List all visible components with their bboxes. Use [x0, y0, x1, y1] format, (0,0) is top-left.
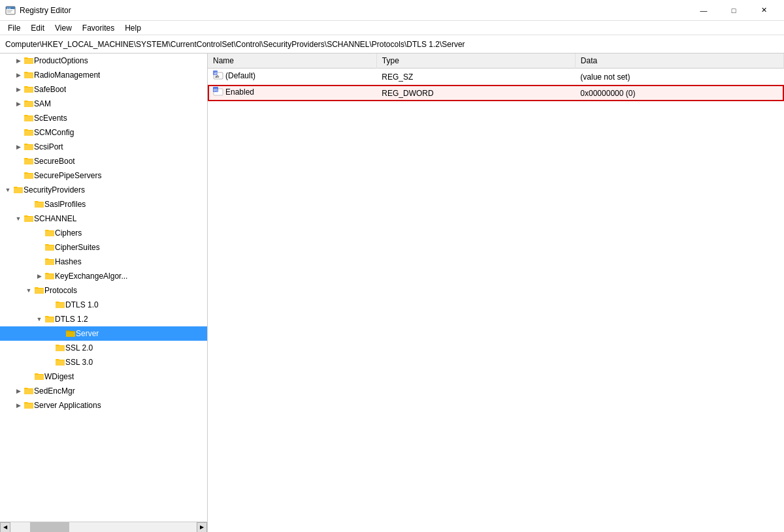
- tree-item-SCHANNEL[interactable]: SCHANNEL: [0, 211, 207, 226]
- tree-item-Hashes[interactable]: Hashes: [0, 255, 207, 269]
- main-content: ProductOptions RadioManagement SafeBoot …: [0, 54, 784, 532]
- tree-hscrollbar[interactable]: ◀ ▶: [0, 522, 207, 532]
- tree-item-WDigest[interactable]: WDigest: [0, 369, 207, 384]
- tree-item-SSL2.0[interactable]: SSL 2.0: [0, 341, 207, 355]
- tree-label-ScEvents: ScEvents: [34, 114, 67, 123]
- menu-favorites[interactable]: Favorites: [77, 22, 120, 34]
- tree-item-Server[interactable]: Server: [0, 326, 207, 341]
- tree-item-SAM[interactable]: SAM: [0, 97, 207, 111]
- folder-icon-SSL3.0: [55, 357, 65, 368]
- folder-icon-ServerApplications: [24, 400, 34, 411]
- expand-SedEncMgr[interactable]: [13, 386, 24, 396]
- expand-ScsiPort[interactable]: [13, 142, 24, 152]
- tree-item-KeyExchangeAlgo[interactable]: KeyExchangeAlgor...: [0, 269, 207, 283]
- title-bar-left: Registry Editor: [5, 5, 71, 16]
- menu-view[interactable]: View: [50, 22, 77, 34]
- tree-label-Server: Server: [76, 329, 99, 338]
- row-name-default: ab ab (Default): [208, 69, 376, 86]
- hscroll-track[interactable]: [10, 522, 197, 533]
- tree-item-SSL3.0[interactable]: SSL 3.0: [0, 355, 207, 369]
- expand-SecurityProviders[interactable]: [3, 185, 13, 195]
- row-data-default: (value not set): [575, 69, 783, 86]
- row-type-default: REG_SZ: [376, 69, 575, 86]
- tree-item-ServerApplications[interactable]: Server Applications: [0, 398, 207, 413]
- col-header-data: Data: [575, 54, 783, 69]
- window-controls: — □ ✕: [689, 0, 779, 21]
- close-button[interactable]: ✕: [749, 0, 779, 21]
- tree-label-WDigest: WDigest: [44, 372, 74, 381]
- tree-item-Protocols[interactable]: Protocols: [0, 283, 207, 298]
- hscroll-right-btn[interactable]: ▶: [197, 522, 207, 533]
- tree-label-RadioManagement: RadioManagement: [34, 70, 100, 80]
- folder-icon-Hashes: [44, 257, 55, 267]
- tree-panel: ProductOptions RadioManagement SafeBoot …: [0, 54, 208, 532]
- tree-item-DTLS1.2[interactable]: DTLS 1.2: [0, 312, 207, 326]
- address-path: Computer\HKEY_LOCAL_MACHINE\SYSTEM\Curre…: [5, 40, 465, 49]
- tree-item-RadioManagement[interactable]: RadioManagement: [0, 68, 207, 82]
- folder-icon-SSL2.0: [55, 343, 65, 353]
- table-row[interactable]: ab ab (Default) REG_SZ (value not set): [208, 69, 784, 86]
- tree-label-SecurityProviders: SecurityProviders: [24, 185, 85, 195]
- tree-label-SSL2.0: SSL 2.0: [65, 343, 93, 352]
- tree-scroll[interactable]: ProductOptions RadioManagement SafeBoot …: [0, 54, 207, 522]
- tree-item-SedEncMgr[interactable]: SedEncMgr: [0, 384, 207, 398]
- col-header-name: Name: [208, 54, 376, 69]
- expand-SCHANNEL[interactable]: [13, 213, 24, 224]
- menu-file[interactable]: File: [3, 22, 25, 34]
- menu-edit[interactable]: Edit: [25, 22, 50, 34]
- address-bar: Computer\HKEY_LOCAL_MACHINE\SYSTEM\Curre…: [0, 35, 784, 54]
- expand-ServerApplications[interactable]: [13, 400, 24, 411]
- tree-item-SafeBoot[interactable]: SafeBoot: [0, 82, 207, 97]
- tree-label-DTLS1.0: DTLS 1.0: [65, 300, 99, 309]
- tree-label-CipherSuites: CipherSuites: [55, 243, 100, 252]
- tree-label-ServerApplications: Server Applications: [34, 401, 101, 410]
- expand-RadioManagement[interactable]: [13, 70, 24, 80]
- hscroll-left-btn[interactable]: ◀: [0, 522, 10, 533]
- folder-icon-SCHANNEL: [24, 213, 34, 224]
- maximize-button[interactable]: □: [719, 0, 749, 21]
- tree-item-SCMConfig[interactable]: SCMConfig: [0, 125, 207, 140]
- tree-label-Hashes: Hashes: [55, 257, 82, 266]
- expand-ProductOptions[interactable]: [13, 55, 24, 66]
- menu-bar: File Edit View Favorites Help: [0, 21, 784, 35]
- tree-item-ScEvents[interactable]: ScEvents: [0, 111, 207, 125]
- expand-KeyExchangeAlgo[interactable]: [34, 271, 44, 281]
- folder-icon-ScsiPort: [24, 142, 34, 152]
- tree-item-ScsiPort[interactable]: ScsiPort: [0, 140, 207, 154]
- svg-rect-5: [7, 12, 11, 12]
- tree-item-SecurePipeServers[interactable]: SecurePipeServers: [0, 168, 207, 183]
- expand-Protocols[interactable]: [24, 285, 34, 296]
- tree-label-Ciphers: Ciphers: [55, 228, 82, 238]
- expand-SAM[interactable]: [13, 99, 24, 109]
- folder-icon-Ciphers: [44, 228, 55, 238]
- folder-icon-SecureBoot: [24, 156, 34, 166]
- tree-item-ProductOptions[interactable]: ProductOptions: [0, 54, 207, 68]
- folder-icon-SecurePipeServers: [24, 170, 34, 181]
- tree-label-SCMConfig: SCMConfig: [34, 128, 74, 137]
- tree-label-SAM: SAM: [34, 99, 51, 108]
- folder-icon-SCMConfig: [24, 127, 34, 138]
- tree-item-SecureBoot[interactable]: SecureBoot: [0, 154, 207, 168]
- tree-label-ProductOptions: ProductOptions: [34, 56, 88, 65]
- minimize-button[interactable]: —: [689, 0, 719, 21]
- values-table: Name Type Data ab a: [208, 54, 784, 101]
- menu-help[interactable]: Help: [120, 22, 146, 34]
- folder-icon-Server: [65, 328, 76, 339]
- tree-label-Protocols: Protocols: [44, 286, 77, 295]
- expand-DTLS1.2[interactable]: [34, 314, 44, 324]
- tree-item-Ciphers[interactable]: Ciphers: [0, 226, 207, 240]
- tree-label-SSL3.0: SSL 3.0: [65, 358, 93, 367]
- folder-icon-CipherSuites: [44, 242, 55, 253]
- tree-label-SedEncMgr: SedEncMgr: [34, 386, 75, 396]
- expand-SafeBoot[interactable]: [13, 84, 24, 95]
- folder-icon-KeyExchangeAlgo: [44, 271, 55, 281]
- table-row[interactable]: 01 Enabled REG_DWORD 0x00000000 (0): [208, 85, 784, 101]
- folder-icon-SecurityProviders: [13, 185, 24, 195]
- folder-icon-SafeBoot: [24, 84, 34, 95]
- tree-item-DTLS1.0[interactable]: DTLS 1.0: [0, 298, 207, 312]
- folder-icon-WDigest: [34, 371, 44, 382]
- tree-item-CipherSuites[interactable]: CipherSuites: [0, 240, 207, 255]
- tree-item-SecurityProviders[interactable]: SecurityProviders: [0, 183, 207, 197]
- folder-icon-SAM: [24, 99, 34, 109]
- tree-item-SaslProfiles[interactable]: SaslProfiles: [0, 197, 207, 211]
